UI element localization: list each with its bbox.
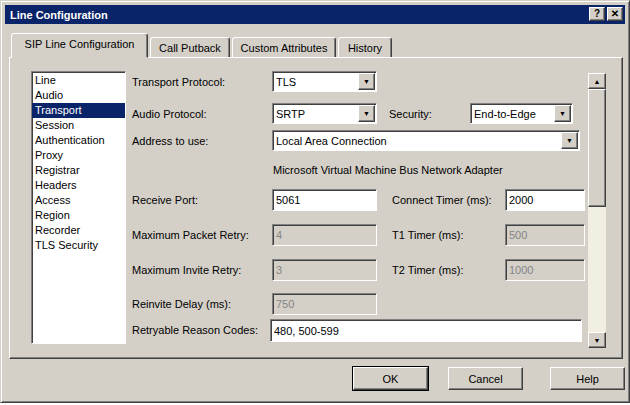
ok-button[interactable]: OK: [353, 367, 428, 390]
connect-timer-label: Connect Timer (ms):: [392, 194, 492, 206]
line-configuration-dialog: Line Configuration ? ✕ SIP Line Configur…: [0, 0, 630, 403]
max-packet-retry-label: Maximum Packet Retry:: [132, 229, 249, 241]
t2-timer-input: [505, 259, 585, 281]
title-bar-buttons: ? ✕: [589, 7, 623, 21]
audio-protocol-value: SRTP: [273, 108, 357, 120]
help-button[interactable]: Help: [550, 367, 625, 390]
chevron-down-icon[interactable]: ▼: [561, 132, 578, 149]
list-item-registrar[interactable]: Registrar: [32, 163, 125, 178]
chevron-down-icon[interactable]: ▼: [358, 73, 375, 90]
close-icon[interactable]: ✕: [607, 7, 623, 21]
address-to-use-combobox[interactable]: Local Area Connection ▼: [272, 130, 580, 151]
connect-timer-input[interactable]: [505, 189, 585, 211]
list-item-access[interactable]: Access: [32, 193, 125, 208]
security-combobox[interactable]: End-to-Edge ▼: [470, 103, 573, 124]
list-item-region[interactable]: Region: [32, 208, 125, 223]
title-bar: Line Configuration ? ✕: [5, 5, 625, 24]
tab-call-putback[interactable]: Call Putback: [150, 37, 230, 58]
list-item-session[interactable]: Session: [32, 118, 125, 133]
t1-timer-label: T1 Timer (ms):: [392, 229, 464, 241]
transport-protocol-combobox[interactable]: TLS ▼: [272, 71, 377, 92]
list-item-audio[interactable]: Audio: [32, 88, 125, 103]
receive-port-input[interactable]: [272, 189, 377, 211]
vertical-scrollbar[interactable]: ▲ ▼: [588, 73, 606, 348]
transport-protocol-label: Transport Protocol:: [132, 76, 225, 88]
scroll-down-icon[interactable]: ▼: [588, 332, 606, 348]
scrollbar-thumb[interactable]: [588, 89, 606, 207]
sip-line-configuration-page: Line Audio Transport Session Authenticat…: [9, 57, 623, 359]
section-list[interactable]: Line Audio Transport Session Authenticat…: [31, 71, 126, 344]
tab-history[interactable]: History: [338, 37, 392, 58]
list-item-line[interactable]: Line: [32, 73, 125, 88]
list-item-proxy[interactable]: Proxy: [32, 148, 125, 163]
address-to-use-value: Local Area Connection: [273, 135, 560, 147]
list-item-transport[interactable]: Transport: [32, 103, 125, 118]
chevron-down-icon[interactable]: ▼: [554, 105, 571, 122]
list-item-authentication[interactable]: Authentication: [32, 133, 125, 148]
t1-timer-input: [505, 224, 585, 246]
receive-port-label: Receive Port:: [132, 194, 198, 206]
reinvite-delay-input: [272, 293, 377, 315]
list-item-recorder[interactable]: Recorder: [32, 223, 125, 238]
audio-protocol-combobox[interactable]: SRTP ▼: [272, 103, 377, 124]
retryable-reason-codes-input[interactable]: [270, 319, 582, 342]
max-invite-retry-input: [272, 259, 377, 281]
list-item-tls-security[interactable]: TLS Security: [32, 238, 125, 253]
t2-timer-label: T2 Timer (ms):: [392, 264, 464, 276]
help-icon[interactable]: ?: [589, 7, 605, 21]
security-value: End-to-Edge: [471, 108, 553, 120]
cancel-button[interactable]: Cancel: [448, 367, 523, 390]
address-to-use-label: Address to use:: [132, 135, 208, 147]
reinvite-delay-label: Reinvite Delay (ms):: [132, 298, 231, 310]
audio-protocol-label: Audio Protocol:: [132, 108, 207, 120]
window-title: Line Configuration: [10, 9, 108, 21]
security-label: Security:: [389, 108, 432, 120]
retryable-reason-codes-label: Retryable Reason Codes:: [132, 324, 258, 336]
tab-sip-line-configuration[interactable]: SIP Line Configuration: [11, 33, 148, 58]
max-packet-retry-input: [272, 224, 377, 246]
max-invite-retry-label: Maximum Invite Retry:: [132, 264, 241, 276]
adapter-description: Microsoft Virtual Machine Bus Network Ad…: [273, 164, 503, 176]
transport-protocol-value: TLS: [273, 76, 357, 88]
chevron-down-icon[interactable]: ▼: [358, 105, 375, 122]
list-item-headers[interactable]: Headers: [32, 178, 125, 193]
tab-custom-attributes[interactable]: Custom Attributes: [232, 37, 336, 58]
scroll-up-icon[interactable]: ▲: [588, 73, 606, 89]
